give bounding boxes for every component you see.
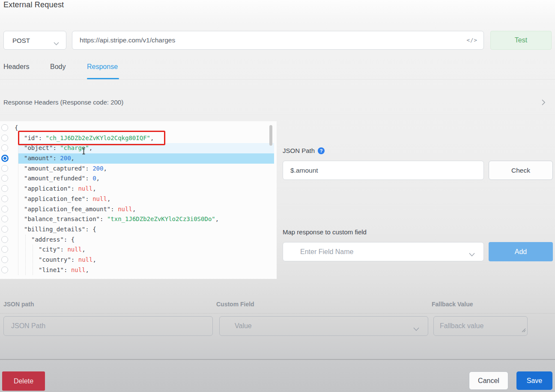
json-line[interactable]: "amount": 200,: [0, 153, 277, 164]
fallback-value-field: [433, 316, 528, 336]
json-line-code: "application": null,: [24, 184, 96, 194]
json-line-code: "amount_captured": 200,: [24, 164, 107, 174]
json-line[interactable]: "line1": null,: [0, 265, 277, 275]
field-name-placeholder: Enter Field Name: [300, 248, 354, 256]
json-line[interactable]: "application_fee_amount": null,: [0, 204, 277, 215]
json-line[interactable]: "application_fee": null,: [0, 194, 277, 204]
json-path-field: [283, 161, 484, 180]
json-line[interactable]: "country": null,: [0, 255, 277, 265]
json-path-section: JSON Path ?: [283, 147, 325, 154]
json-line[interactable]: "address": {: [0, 235, 277, 245]
json-line-code: "application_fee": null,: [24, 194, 110, 204]
json-line-radio[interactable]: [1, 206, 8, 212]
json-response-viewer: {"id": "ch_1J6DZb2eZvKYlo2Cqkg80IQF","ob…: [0, 121, 277, 279]
json-line-radio[interactable]: [1, 175, 8, 182]
indent-guide: [18, 133, 18, 275]
mapping-custom-field-label: Custom Field: [216, 301, 254, 308]
page-title: External Request: [3, 0, 64, 9]
external-request-panel: External Request POST </> Test Headers B…: [0, 0, 555, 392]
json-line[interactable]: "city": null,: [0, 245, 277, 255]
json-line[interactable]: "application": null,: [0, 184, 277, 194]
json-line-radio[interactable]: [1, 266, 8, 273]
map-response-label: Map response to custom field: [283, 228, 367, 236]
json-line-radio[interactable]: [1, 256, 8, 263]
response-headers-row[interactable]: Response Headers (Response code: 200): [0, 89, 555, 115]
json-line-radio[interactable]: [1, 246, 8, 253]
mapping-json-path-input[interactable]: [4, 317, 212, 335]
mapping-divider: [0, 313, 555, 314]
custom-field-select[interactable]: Value: [219, 316, 428, 336]
json-line[interactable]: "billing_details": {: [0, 224, 277, 235]
json-path-label: JSON Path: [283, 147, 315, 154]
save-button[interactable]: Save: [516, 371, 552, 390]
url-field: </>: [72, 31, 484, 50]
json-line-radio[interactable]: [1, 124, 8, 131]
tab-headers[interactable]: Headers: [3, 63, 29, 71]
json-line-radio[interactable]: [1, 236, 8, 243]
mapping-json-path-label: JSON path: [3, 301, 34, 308]
json-line-code: "amount": 200,: [24, 153, 75, 164]
json-line-radio[interactable]: [1, 135, 8, 141]
json-line-code: "line1": null,: [39, 265, 89, 275]
json-line[interactable]: "balance_transaction": "txn_1J6DZb2eZvKY…: [0, 214, 277, 224]
indent-guide: [25, 235, 26, 275]
test-button[interactable]: Test: [490, 31, 552, 50]
chevron-down-icon: [413, 325, 419, 333]
json-line-code: "city": null,: [39, 245, 86, 255]
cancel-button[interactable]: Cancel: [469, 371, 508, 390]
json-line-radio[interactable]: [1, 144, 8, 151]
method-select[interactable]: POST: [3, 31, 66, 50]
code-icon[interactable]: </>: [466, 37, 477, 43]
active-tab-indicator: [87, 78, 119, 79]
url-input[interactable]: [72, 31, 483, 49]
json-line-radio[interactable]: [1, 215, 8, 222]
json-line-radio[interactable]: [1, 185, 8, 192]
tab-body[interactable]: Body: [50, 63, 66, 71]
json-line-code: "amount_refunded": 0,: [24, 174, 100, 184]
fallback-value-input[interactable]: [434, 317, 527, 335]
resize-handle-icon[interactable]: [522, 326, 526, 334]
tab-response[interactable]: Response: [87, 63, 118, 71]
json-line-code: "address": {: [31, 235, 75, 245]
json-line[interactable]: "amount_refunded": 0,: [0, 174, 277, 184]
response-headers-label: Response Headers (Response code: 200): [3, 99, 123, 106]
delete-button[interactable]: Delete: [2, 371, 45, 391]
chevron-right-icon: [541, 99, 546, 108]
json-line-code: "country": null,: [39, 255, 96, 265]
text-cursor-icon: [81, 147, 86, 156]
chevron-down-icon: [54, 39, 59, 47]
chevron-down-icon: [469, 251, 475, 258]
custom-field-placeholder: Value: [235, 322, 252, 330]
tabs-divider: [0, 79, 555, 80]
field-name-select[interactable]: Enter Field Name: [283, 242, 484, 261]
check-button[interactable]: Check: [489, 161, 553, 180]
method-select-value: POST: [12, 37, 30, 44]
mapping-fallback-label: Fallback Value: [432, 301, 473, 308]
mapping-json-path-field: [3, 316, 213, 336]
annotation-box: [18, 131, 165, 145]
indent-guide: [33, 245, 33, 275]
json-line-code: "application_fee_amount": null,: [24, 204, 136, 215]
json-line-code: "billing_details": {: [24, 224, 96, 235]
json-line[interactable]: "amount_captured": 200,: [0, 164, 277, 174]
json-line-radio[interactable]: [1, 195, 8, 202]
json-line-radio[interactable]: [1, 165, 8, 172]
scrollbar-thumb[interactable]: [269, 125, 272, 146]
help-icon[interactable]: ?: [318, 147, 325, 154]
json-line-code: "balance_transaction": "txn_1J6DZb2eZvKY…: [24, 214, 219, 224]
json-line-radio[interactable]: [1, 226, 8, 233]
json-line-radio[interactable]: [1, 155, 9, 162]
footer-divider: [0, 359, 555, 360]
add-button[interactable]: Add: [489, 242, 553, 261]
json-path-input[interactable]: [283, 161, 483, 180]
